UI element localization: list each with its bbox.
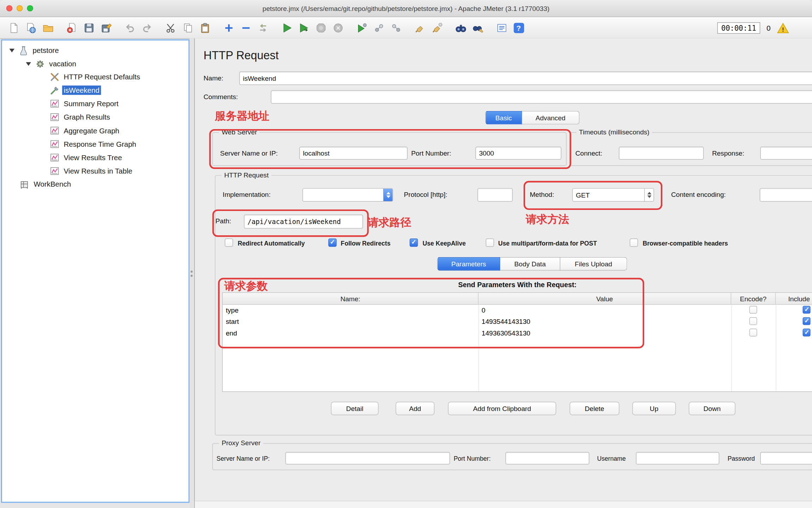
disclosure-triangle-icon[interactable] (9, 48, 14, 52)
tree-item-view-results-tree[interactable]: View Results Tree (2, 151, 189, 164)
copy-button[interactable] (179, 20, 196, 36)
tree-item-summary-report[interactable]: Summary Report (2, 97, 189, 110)
encode-checkbox[interactable] (749, 317, 757, 325)
shutdown-button[interactable] (330, 20, 346, 36)
start-no-pauses-button[interactable] (295, 20, 312, 36)
tree-item-graph-results[interactable]: Graph Results (2, 110, 189, 124)
proxy-server-name-input[interactable] (285, 452, 450, 464)
cut-button[interactable] (162, 20, 179, 36)
tree-item-http-request-defaults[interactable]: HTTP Request Defaults (2, 70, 189, 83)
tree-item-vacation[interactable]: vacation (2, 57, 189, 71)
include-checkbox[interactable] (803, 317, 811, 325)
new-file-button[interactable] (5, 20, 22, 36)
proxy-username-input[interactable] (636, 452, 719, 464)
implementation-dropdown[interactable] (302, 188, 393, 201)
comments-input[interactable] (271, 90, 812, 104)
clear-button[interactable] (411, 20, 428, 36)
warning-icon[interactable]: ! (777, 22, 789, 33)
down-button[interactable]: Down (689, 402, 735, 415)
table-row[interactable]: end 1493630543130 (223, 327, 812, 338)
path-input[interactable] (244, 214, 363, 229)
zoom-window-button[interactable] (27, 5, 33, 12)
search-button[interactable] (452, 20, 469, 36)
undo-button[interactable] (121, 20, 138, 36)
paste-button[interactable] (196, 20, 213, 36)
encode-checkbox[interactable] (749, 329, 757, 337)
tree-item-workbench[interactable]: WorkBench (2, 177, 189, 191)
tab-body-data[interactable]: Body Data (500, 257, 560, 271)
add-from-clipboard-button[interactable]: Add from Clipboard (448, 402, 556, 415)
close-window-button[interactable] (6, 5, 13, 12)
delete-button[interactable]: Delete (570, 402, 619, 415)
use-keepalive-checkbox[interactable] (410, 238, 418, 247)
response-timeout-input[interactable] (760, 147, 812, 160)
remote-stop-all-button[interactable] (387, 20, 404, 36)
redirect-automatically-checkbox[interactable] (225, 238, 233, 247)
port-number-input[interactable] (475, 147, 561, 160)
open-file-button[interactable] (39, 20, 56, 36)
include-checkbox[interactable] (803, 329, 811, 337)
server-name-input[interactable] (299, 147, 407, 160)
browser-compatible-checkbox[interactable] (630, 238, 638, 247)
param-value-cell[interactable]: 0 (482, 304, 486, 316)
tab-parameters[interactable]: Parameters (437, 257, 500, 271)
tab-basic[interactable]: Basic (485, 111, 522, 124)
protocol-input[interactable] (478, 188, 513, 201)
column-header-name[interactable]: Name: (223, 293, 479, 304)
templates-button[interactable] (22, 20, 39, 36)
clear-all-button[interactable] (428, 20, 445, 36)
tree-item-petstore[interactable]: petstore (2, 43, 189, 57)
proxy-port-input[interactable] (505, 452, 589, 464)
help-button[interactable]: ? (510, 20, 527, 36)
method-dropdown[interactable]: GET (572, 188, 654, 201)
tree-item-isweekend[interactable]: isWeekend (2, 84, 189, 97)
start-button[interactable] (278, 20, 295, 36)
listener-chart-icon (50, 166, 60, 176)
tree-item-aggregate-graph[interactable]: Aggregate Graph (2, 124, 189, 137)
function-helper-button[interactable] (493, 20, 510, 36)
tab-advanced[interactable]: Advanced (522, 111, 579, 124)
split-divider[interactable] (190, 38, 194, 508)
param-value-cell[interactable]: 1493544143130 (482, 316, 530, 327)
remote-start-all-button[interactable] (370, 20, 387, 36)
horizontal-scrollbar[interactable] (195, 501, 812, 508)
remote-start-button[interactable] (353, 20, 370, 36)
disclosure-triangle-icon[interactable] (26, 62, 31, 66)
expand-all-button[interactable] (220, 20, 237, 36)
param-name-cell[interactable]: end (226, 327, 237, 338)
error-count[interactable]: 0 (767, 24, 770, 32)
name-input[interactable] (239, 72, 812, 85)
detail-button[interactable]: Detail (331, 402, 379, 415)
param-value-cell[interactable]: 1493630543130 (482, 327, 530, 338)
param-name-cell[interactable]: type (226, 304, 239, 316)
save-as-button[interactable] (97, 20, 114, 36)
follow-redirects-checkbox[interactable] (328, 238, 337, 247)
encode-checkbox[interactable] (749, 306, 757, 314)
multipart-checkbox[interactable] (486, 238, 494, 247)
connect-timeout-input[interactable] (619, 147, 704, 160)
search-reset-button[interactable] (469, 20, 486, 36)
content-encoding-input[interactable] (760, 188, 812, 201)
proxy-password-input[interactable] (760, 452, 812, 464)
tree-item-view-results-in-table[interactable]: View Results in Table (2, 164, 189, 178)
add-button[interactable]: Add (396, 402, 435, 415)
column-header-encode[interactable]: Encode? (731, 293, 776, 304)
tab-files-upload[interactable]: Files Upload (560, 257, 627, 271)
table-row[interactable]: start 1493544143130 (223, 316, 812, 327)
save-button[interactable] (80, 20, 97, 36)
parameters-table[interactable]: Name: Value Encode? Include type 0 start… (222, 292, 812, 392)
collapse-all-button[interactable] (237, 20, 254, 36)
redo-button[interactable] (138, 20, 155, 36)
stop-button[interactable] (312, 20, 329, 36)
column-header-include[interactable]: Include (776, 293, 812, 304)
table-row[interactable]: type 0 (223, 304, 812, 316)
minimize-window-button[interactable] (17, 5, 23, 12)
tree-item-response-time-graph[interactable]: Response Time Graph (2, 137, 189, 151)
include-checkbox[interactable] (803, 306, 811, 314)
close-test-plan-button[interactable] (63, 20, 80, 36)
param-name-cell[interactable]: start (226, 316, 239, 327)
templates-icon (25, 22, 36, 33)
column-header-value[interactable]: Value (479, 293, 731, 304)
up-button[interactable]: Up (632, 402, 676, 415)
toggle-button[interactable] (254, 20, 271, 36)
